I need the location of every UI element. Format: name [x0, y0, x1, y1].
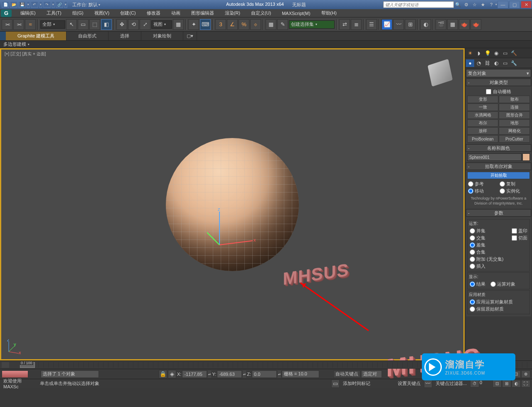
radio-operands[interactable]: 运算对象 — [490, 281, 516, 288]
ribbon-sub-label[interactable]: 多边形建模 — [3, 41, 26, 47]
sun-icon[interactable]: ☀ — [466, 49, 474, 57]
scale-icon[interactable]: ⤢ — [140, 19, 150, 30]
radio-instance[interactable]: 实例化 — [499, 187, 530, 195]
nav-max-icon[interactable]: ⛶ — [521, 380, 530, 387]
rollout-params[interactable]: -参数 — [466, 209, 531, 217]
btn-terrain[interactable]: 地形 — [499, 119, 530, 127]
hammer-icon[interactable]: 🔨 — [510, 49, 518, 57]
radio-union[interactable]: 并集 — [469, 227, 504, 234]
window-crossing-icon[interactable]: ◧ — [101, 19, 112, 30]
ribbon-handle[interactable] — [0, 32, 6, 40]
radio-merge[interactable]: 合集 — [469, 249, 504, 256]
btn-conform[interactable]: 一致 — [467, 104, 498, 111]
manipulate-icon[interactable]: ✦ — [188, 19, 199, 30]
keyboard-shortcut-icon[interactable]: ⌨ — [200, 19, 211, 30]
radio-copy[interactable]: 复制 — [499, 180, 530, 187]
menu-graph[interactable]: 图形编辑器 — [186, 9, 219, 17]
link-icon[interactable]: 🔗 — [56, 1, 63, 8]
btn-procutter[interactable]: ProCutter — [499, 135, 530, 143]
undo-drop[interactable]: ▾ — [39, 1, 42, 8]
hierarchy-tab-icon[interactable]: ⛓ — [483, 59, 492, 67]
btn-connect[interactable]: 连接 — [499, 104, 530, 111]
screen-icon[interactable]: ▭ — [501, 49, 509, 57]
search-icon[interactable]: 🔍 — [454, 1, 462, 8]
render-setup-icon[interactable]: 🎬 — [436, 19, 446, 30]
ribbon-expand-icon[interactable]: ▢▾ — [183, 32, 197, 40]
object-name-input[interactable]: Sphere001 — [467, 153, 522, 161]
menu-edit[interactable]: 编辑(E) — [15, 9, 41, 17]
display-tab-icon[interactable]: ▭ — [501, 59, 509, 67]
sphere-object[interactable] — [166, 138, 299, 271]
curve-editor-icon[interactable]: 📈 — [382, 19, 392, 30]
menu-custom[interactable]: 自定义(U) — [246, 9, 276, 17]
mirror-icon[interactable]: ⇄ — [339, 19, 350, 30]
viewport[interactable]: [+] [正交] [真实 + 边面] MHSUS MHSUS zxy zxy — [0, 48, 465, 360]
z-spinner[interactable]: ▴▾ — [278, 370, 281, 378]
utility-tab-icon[interactable]: 🔧 — [510, 59, 518, 67]
check-cut[interactable]: 切面 — [511, 234, 528, 242]
timeline-toggle[interactable] — [2, 362, 9, 368]
keyfilter-button[interactable]: 关键点过滤器... — [436, 380, 467, 387]
add-time-tag[interactable]: 添加时间标记 — [343, 380, 370, 387]
menu-help[interactable]: 帮助(H) — [316, 9, 342, 17]
btn-shapemerge[interactable]: 图形合并 — [499, 111, 530, 119]
search-input[interactable] — [383, 1, 454, 8]
tab-selection[interactable]: 选择 — [108, 32, 141, 40]
snap-icon[interactable]: 3 — [215, 19, 226, 30]
menu-maxscript[interactable]: MAXScript(M) — [276, 10, 315, 17]
setkey-button[interactable]: 设置关键点 — [398, 380, 421, 387]
radio-insert[interactable]: 插入 — [469, 263, 504, 270]
create-tab-icon[interactable]: ● — [466, 59, 474, 67]
rotate-icon[interactable]: ⟲ — [128, 19, 139, 30]
render-prod-icon[interactable]: 🫖 — [470, 19, 481, 30]
spinner-snap-icon[interactable]: ⟐ — [250, 19, 261, 30]
link-tool-icon[interactable]: ⫘ — [2, 19, 12, 30]
unlink-tool-icon[interactable]: ⫘ — [13, 19, 24, 30]
radio-move[interactable]: 移动 — [467, 187, 499, 195]
lock-icon[interactable]: 🔒 — [159, 370, 167, 378]
autokey-button[interactable]: 自动关键点 — [333, 370, 360, 378]
script-icon[interactable]: ▭ — [331, 380, 340, 388]
edit-sel-icon[interactable]: ✎ — [277, 19, 288, 30]
app-icon[interactable]: G — [1, 10, 12, 17]
undo-icon[interactable]: ↶ — [31, 1, 38, 8]
motion-tab-icon[interactable]: ◐ — [492, 59, 500, 67]
maximize-button[interactable]: ▢ — [509, 1, 520, 8]
material-editor-icon[interactable]: ◐ — [420, 19, 431, 30]
x-value[interactable]: -1177.85 — [182, 370, 207, 378]
workspace-label[interactable]: 工作台: 默认 — [72, 2, 98, 8]
comm-icon[interactable]: ⚙ — [463, 1, 470, 8]
rollout-object-type[interactable]: -对象类型 — [466, 79, 531, 86]
new-icon[interactable]: 📄 — [2, 1, 9, 8]
align-icon[interactable]: ≣ — [351, 19, 362, 30]
tab-paint[interactable]: 对象绘制 — [141, 32, 183, 40]
radio-attach[interactable]: 附加 (无交集) — [469, 256, 504, 263]
render-frame-icon[interactable]: ▦ — [447, 19, 458, 30]
move-icon[interactable]: ✥ — [116, 19, 127, 30]
menu-anim[interactable]: 动画 — [166, 9, 186, 17]
btn-scatter[interactable]: 散布 — [499, 96, 530, 103]
btn-mesher[interactable]: 网格化 — [499, 127, 530, 135]
check-stamp[interactable]: 盖印 — [511, 227, 528, 234]
rollout-name-color[interactable]: -名称和颜色 — [466, 144, 531, 152]
iso-icon[interactable]: ◈ — [168, 370, 176, 378]
material-preview[interactable] — [2, 370, 28, 378]
star-icon[interactable]: ☆ — [471, 1, 478, 8]
y-spinner[interactable]: ▴▾ — [243, 370, 246, 378]
menu-modifier[interactable]: 修改器 — [141, 9, 166, 17]
btn-boolean[interactable]: 布尔 — [467, 119, 498, 127]
select-name-icon[interactable]: ▭ — [78, 19, 89, 30]
time-config-icon[interactable]: ⏱ — [470, 380, 479, 387]
selset-dropdown[interactable]: 选定对 — [361, 370, 382, 378]
redo-drop[interactable]: ▾ — [52, 1, 55, 8]
nav-zoom2-icon[interactable]: ⊡ — [493, 380, 502, 387]
radio-apply-mat[interactable]: 应用运算对象材质 — [469, 298, 528, 306]
percent-snap-icon[interactable]: % — [239, 19, 249, 30]
menu-create[interactable]: 创建(C) — [115, 9, 141, 17]
radio-intersect[interactable]: 交集 — [469, 234, 504, 242]
x-spinner[interactable]: ▴▾ — [208, 370, 211, 378]
nav-orbit-icon[interactable]: ⊕ — [521, 370, 530, 378]
light-icon[interactable]: 💡 — [483, 49, 492, 57]
menu-group[interactable]: 组(G) — [67, 9, 89, 17]
start-pick-button[interactable]: 开始拾取 — [467, 172, 530, 179]
